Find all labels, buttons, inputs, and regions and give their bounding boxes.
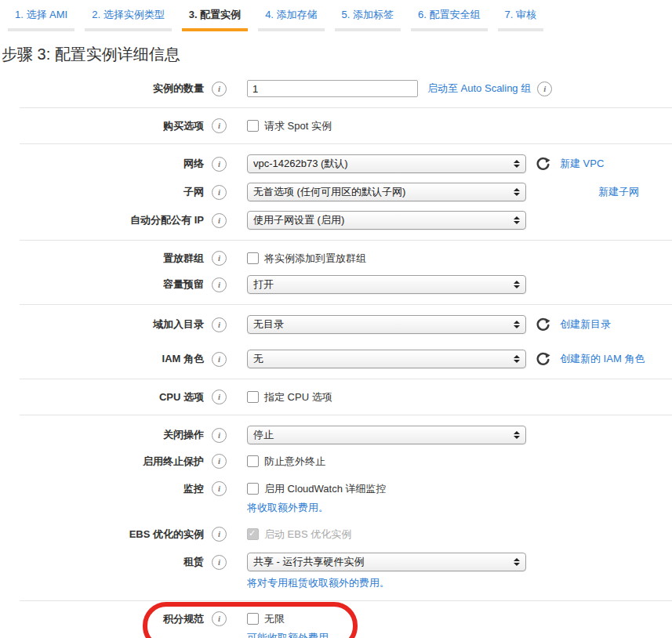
tab-add-tags[interactable]: 5. 添加标签 (335, 8, 401, 31)
row-cpu-options: CPU 选项 i 指定 CPU 选项 (0, 390, 672, 404)
info-icon[interactable]: i (212, 213, 227, 228)
select-arrows-icon (514, 321, 520, 328)
placement-group-checkbox[interactable] (247, 252, 259, 264)
info-icon[interactable]: i (212, 118, 227, 133)
ebs-optimized-checkbox-label: 启动 EBS 优化实例 (264, 527, 351, 542)
refresh-icon[interactable] (536, 157, 550, 172)
section-network: 网络 i vpc-14262b73 (默认) 新建 VPC 子网 i (0, 144, 672, 240)
info-icon[interactable]: i (212, 611, 227, 626)
select-arrows-icon (514, 216, 520, 224)
placement-group-checkbox-label: 将实例添加到置放群组 (264, 252, 366, 266)
credit-fee-note[interactable]: 可能收取额外费用 (247, 631, 672, 638)
domain-join-directory-select[interactable]: 无目录 (247, 315, 526, 334)
row-network: 网络 i vpc-14262b73 (默认) 新建 VPC (0, 154, 672, 173)
create-new-vpc-link[interactable]: 新建 VPC (560, 157, 604, 171)
request-spot-label: 请求 Spot 实例 (264, 119, 332, 133)
info-icon[interactable]: i (212, 185, 227, 200)
info-icon[interactable]: i (212, 555, 227, 570)
request-spot-checkbox[interactable] (247, 120, 259, 132)
unlimited-checkbox-label: 无限 (264, 612, 285, 626)
row-tenancy: 租赁 i 共享 - 运行共享硬件实例 (0, 553, 672, 571)
info-icon[interactable]: i (212, 317, 227, 332)
network-select[interactable]: vpc-14262b73 (默认) (247, 154, 526, 173)
network-select-value: vpc-14262b73 (默认) (253, 157, 514, 171)
shutdown-behavior-select[interactable]: 停止 (247, 426, 526, 444)
section-purchase-option: 购买选项 i 请求 Spot 实例 (0, 108, 672, 143)
info-icon[interactable]: i (212, 82, 227, 96)
section-placement: 置放群组 i 将实例添加到置放群组 容量预留 i 打开 (0, 241, 672, 304)
section-identity: 域加入目录 i 无目录 创建新目录 IAM 角色 i (0, 305, 672, 379)
domain-join-directory-value: 无目录 (253, 317, 514, 332)
info-icon[interactable]: i (212, 157, 227, 172)
network-label: 网络 (0, 157, 204, 171)
placement-group-label: 置放群组 (0, 252, 204, 266)
row-purchase-option: 购买选项 i 请求 Spot 实例 (0, 118, 672, 133)
tab-configure-security-group[interactable]: 6. 配置安全组 (411, 8, 487, 31)
tab-review[interactable]: 7. 审核 (498, 8, 543, 31)
info-icon[interactable]: i (537, 82, 552, 96)
termination-protection-checkbox[interactable] (247, 455, 259, 467)
instance-count-input[interactable] (247, 80, 418, 97)
tenancy-fee-note[interactable]: 将对专用租赁收取额外的费用。 (247, 576, 672, 590)
row-domain-join-directory: 域加入目录 i 无目录 创建新目录 (0, 315, 672, 334)
tab-add-storage[interactable]: 4. 添加存储 (258, 8, 324, 31)
tab-choose-ami[interactable]: 1. 选择 AMI (8, 8, 74, 31)
purchase-option-label: 购买选项 (0, 119, 204, 133)
refresh-icon[interactable] (536, 352, 550, 367)
cpu-options-checkbox[interactable] (247, 391, 259, 403)
launch-into-auto-scaling-link[interactable]: 启动至 Auto Scaling 组 (427, 82, 531, 96)
row-capacity-reservation: 容量预留 i 打开 (0, 275, 672, 294)
auto-assign-public-ip-select[interactable]: 使用子网设置 (启用) (247, 211, 526, 230)
row-instance-count: 实例的数量 i 启动至 Auto Scaling 组 i (0, 80, 672, 97)
info-icon[interactable]: i (212, 352, 227, 367)
select-arrows-icon (514, 281, 520, 288)
monitoring-checkbox[interactable] (247, 483, 259, 495)
auto-assign-public-ip-value: 使用子网设置 (启用) (253, 213, 514, 227)
cpu-options-label: CPU 选项 (0, 390, 204, 404)
info-icon[interactable]: i (212, 390, 227, 404)
iam-role-label: IAM 角色 (0, 352, 204, 366)
tab-configure-instance[interactable]: 3. 配置实例 (182, 8, 248, 31)
shutdown-behavior-value: 停止 (253, 428, 514, 442)
select-arrows-icon (514, 558, 520, 566)
unlimited-checkbox[interactable] (247, 613, 259, 625)
info-icon[interactable]: i (212, 481, 227, 496)
subnet-select[interactable]: 无首选项 (任何可用区的默认子网) (247, 183, 526, 201)
auto-assign-public-ip-label: 自动分配公有 IP (0, 213, 204, 227)
row-placement-group: 置放群组 i 将实例添加到置放群组 (0, 251, 672, 266)
row-monitoring: 监控 i 启用 CloudWatch 详细监控 (0, 481, 672, 496)
instance-count-label: 实例的数量 (0, 82, 204, 96)
info-icon[interactable]: i (212, 251, 227, 266)
create-new-iam-role-link[interactable]: 创建新的 IAM 角色 (560, 352, 645, 366)
info-icon[interactable]: i (212, 277, 227, 292)
row-ebs-optimized: EBS 优化的实例 i 启动 EBS 优化实例 (0, 527, 672, 542)
create-new-subnet-link[interactable]: 新建子网 (598, 185, 639, 199)
capacity-reservation-value: 打开 (253, 277, 514, 292)
iam-role-select[interactable]: 无 (247, 350, 526, 368)
info-icon[interactable]: i (212, 454, 227, 469)
tenancy-select[interactable]: 共享 - 运行共享硬件实例 (247, 553, 526, 571)
info-icon[interactable]: i (212, 428, 227, 443)
tenancy-value: 共享 - 运行共享硬件实例 (253, 555, 514, 569)
tenancy-label: 租赁 (0, 555, 204, 569)
monitoring-fee-note[interactable]: 将收取额外费用。 (247, 501, 672, 515)
shutdown-behavior-label: 关闭操作 (0, 428, 204, 442)
ebs-optimized-label: EBS 优化的实例 (0, 527, 204, 542)
create-new-directory-link[interactable]: 创建新目录 (560, 317, 611, 332)
select-arrows-icon (514, 188, 520, 196)
capacity-reservation-label: 容量预留 (0, 277, 204, 292)
cpu-options-checkbox-label: 指定 CPU 选项 (264, 390, 332, 404)
capacity-reservation-select[interactable]: 打开 (247, 275, 526, 294)
select-arrows-icon (514, 355, 520, 363)
row-termination-protection: 启用终止保护 i 防止意外终止 (0, 454, 672, 469)
row-auto-assign-public-ip: 自动分配公有 IP i 使用子网设置 (启用) (0, 211, 672, 230)
section-behavior: 关闭操作 i 停止 启用终止保护 i 防止意外终止 监控 (0, 415, 672, 600)
row-subnet: 子网 i 无首选项 (任何可用区的默认子网) 新建子网 (0, 183, 672, 201)
info-icon[interactable]: i (212, 527, 227, 542)
tab-choose-instance-type[interactable]: 2. 选择实例类型 (85, 8, 171, 31)
refresh-icon[interactable] (536, 317, 550, 332)
page-title: 步骤 3: 配置实例详细信息 (2, 44, 672, 65)
monitoring-label: 监控 (0, 482, 204, 496)
termination-protection-label: 启用终止保护 (0, 455, 204, 469)
configure-instance-form: 实例的数量 i 启动至 Auto Scaling 组 i 购买选项 i 请求 S… (0, 70, 672, 638)
